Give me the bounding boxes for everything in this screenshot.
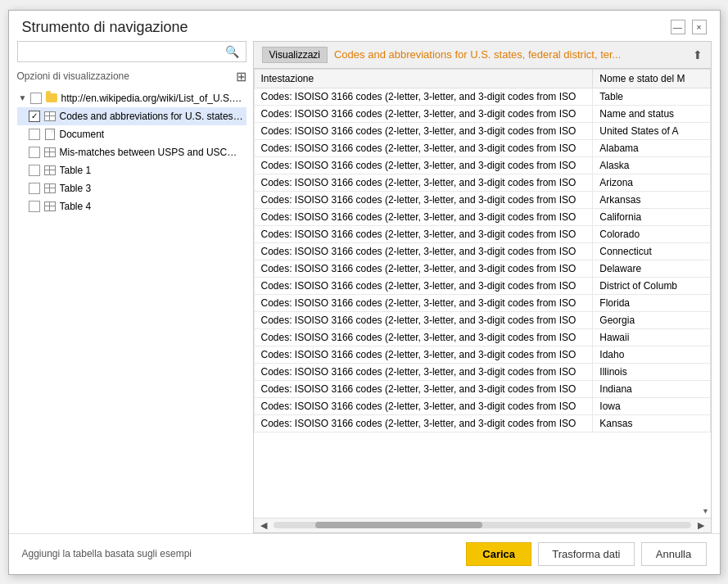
table-row[interactable]: Codes: ISOISO 3166 codes (2-letter, 3-le… (254, 294, 710, 311)
tree-item-item6[interactable]: Table 4 (17, 197, 246, 215)
table-cell-intestazione: Codes: ISOISO 3166 codes (2-letter, 3-le… (254, 242, 593, 260)
table-cell-name: Kansas (593, 414, 710, 432)
search-button[interactable]: 🔍 (219, 42, 246, 61)
tree-item-item2[interactable]: Document (17, 125, 246, 143)
table-row[interactable]: Codes: ISOISO 3166 codes (2-letter, 3-le… (254, 346, 710, 363)
preview-header: VisualizzaziCodes and abbreviations for … (254, 42, 711, 69)
table-cell-name: United States of A (593, 122, 710, 139)
tree-item-item5[interactable]: Table 3 (17, 179, 246, 197)
vscroll-down-button[interactable]: ▼ (701, 505, 711, 518)
table-row[interactable]: Codes: ISOISO 3166 codes (2-letter, 3-le… (254, 122, 710, 139)
table-cell-intestazione: Codes: ISOISO 3166 codes (2-letter, 3-le… (254, 156, 593, 174)
hscroll-left-arrow[interactable]: ◀ (257, 520, 270, 531)
table-row[interactable]: Codes: ISOISO 3166 codes (2-letter, 3-le… (254, 380, 710, 397)
data-table: Intestazione Nome e stato del M Codes: I… (254, 69, 711, 432)
load-button[interactable]: Carica (466, 542, 531, 566)
hscroll-thumb[interactable] (315, 522, 482, 528)
main-dialog: Strumento di navigazione — × 🔍 Opzioni d… (8, 10, 721, 575)
footer-left: Aggiungi la tabella basata sugli esempi (22, 548, 192, 559)
table-row[interactable]: Codes: ISOISO 3166 codes (2-letter, 3-le… (254, 208, 710, 225)
tree-item-label: Document (60, 129, 105, 140)
table-row[interactable]: Codes: ISOISO 3166 codes (2-letter, 3-le… (254, 191, 710, 208)
tree-item-checkbox[interactable] (29, 201, 40, 212)
table-cell-intestazione: Codes: ISOISO 3166 codes (2-letter, 3-le… (254, 346, 593, 363)
table-row[interactable]: Codes: ISOISO 3166 codes (2-letter, 3-le… (254, 105, 710, 122)
cancel-button[interactable]: Annulla (641, 542, 707, 566)
hscroll-track[interactable] (274, 522, 691, 528)
table-row[interactable]: Codes: ISOISO 3166 codes (2-letter, 3-le… (254, 311, 710, 328)
options-icon[interactable]: ⊞ (236, 69, 246, 84)
table-icon (43, 200, 57, 213)
tree-item-checkbox[interactable] (29, 165, 40, 176)
col-header-name: Nome e stato del M (593, 69, 710, 88)
table-cell-intestazione: Codes: ISOISO 3166 codes (2-letter, 3-le… (254, 380, 593, 397)
table-row[interactable]: Codes: ISOISO 3166 codes (2-letter, 3-le… (254, 242, 710, 260)
table-row[interactable]: Codes: ISOISO 3166 codes (2-letter, 3-le… (254, 156, 710, 174)
table-cell-name: Indiana (593, 380, 710, 397)
table-cell-intestazione: Codes: ISOISO 3166 codes (2-letter, 3-le… (254, 225, 593, 242)
tree-root-checkbox[interactable] (30, 93, 42, 104)
table-cell-name: Alaska (593, 156, 710, 174)
tree-area[interactable]: ▼ http://en.wikipedia.org/wiki/List_of_U… (17, 89, 246, 533)
col-header-intestazione: Intestazione (254, 69, 593, 88)
table-row[interactable]: Codes: ISOISO 3166 codes (2-letter, 3-le… (254, 328, 710, 346)
hscroll-right-arrow[interactable]: ▶ (694, 520, 708, 531)
table-cell-intestazione: Codes: ISOISO 3166 codes (2-letter, 3-le… (254, 105, 593, 122)
tree-item-item1[interactable]: ✓Codes and abbreviations for U.S. states… (17, 107, 246, 125)
left-panel: 🔍 Opzioni di visualizzazione ⊞ ▼ http://… (17, 41, 246, 533)
table-row[interactable]: Codes: ISOISO 3166 codes (2-letter, 3-le… (254, 277, 710, 294)
table-cell-name: Table (593, 88, 710, 105)
search-row: 🔍 (17, 41, 246, 62)
dialog-title: Strumento di navigazione (22, 19, 188, 36)
table-row[interactable]: Codes: ISOISO 3166 codes (2-letter, 3-le… (254, 260, 710, 277)
table-cell-name: Iowa (593, 397, 710, 414)
minimize-button[interactable]: — (671, 20, 685, 34)
table-cell-name: Connecticut (593, 242, 710, 260)
table-icon (43, 164, 57, 177)
options-row: Opzioni di visualizzazione ⊞ (17, 69, 246, 84)
add-example-label: Aggiungi la tabella basata sugli esempi (22, 548, 192, 559)
tree-item-item4[interactable]: Table 1 (17, 161, 246, 179)
table-cell-intestazione: Codes: ISOISO 3166 codes (2-letter, 3-le… (254, 174, 593, 191)
table-cell-intestazione: Codes: ISOISO 3166 codes (2-letter, 3-le… (254, 208, 593, 225)
table-cell-name: Georgia (593, 311, 710, 328)
tree-root-label: http://en.wikipedia.org/wiki/List_of_U.S… (61, 93, 245, 104)
table-cell-intestazione: Codes: ISOISO 3166 codes (2-letter, 3-le… (254, 311, 593, 328)
table-row[interactable]: Codes: ISOISO 3166 codes (2-letter, 3-le… (254, 174, 710, 191)
footer-right: Carica Trasforma dati Annulla (466, 542, 706, 566)
table-icon (43, 146, 57, 159)
footer: Aggiungi la tabella basata sugli esempi … (9, 533, 720, 574)
tree-item-checkbox[interactable] (29, 183, 40, 194)
table-row[interactable]: Codes: ISOISO 3166 codes (2-letter, 3-le… (254, 139, 710, 156)
tree-expand-arrow: ▼ (19, 93, 30, 102)
tree-item-checkbox[interactable] (29, 147, 40, 158)
tree-root[interactable]: ▼ http://en.wikipedia.org/wiki/List_of_U… (17, 89, 246, 107)
tree-item-label: Table 3 (60, 183, 92, 194)
table-cell-intestazione: Codes: ISOISO 3166 codes (2-letter, 3-le… (254, 88, 593, 105)
table-row[interactable]: Codes: ISOISO 3166 codes (2-letter, 3-le… (254, 414, 710, 432)
folder-icon (45, 92, 58, 105)
search-input[interactable] (18, 42, 219, 61)
table-icon (43, 110, 57, 123)
table-row[interactable]: Codes: ISOISO 3166 codes (2-letter, 3-le… (254, 88, 710, 105)
table-body: Codes: ISOISO 3166 codes (2-letter, 3-le… (254, 88, 710, 432)
table-cell-intestazione: Codes: ISOISO 3166 codes (2-letter, 3-le… (254, 363, 593, 380)
window-controls: — × (671, 20, 707, 34)
tree-item-checkbox[interactable]: ✓ (29, 111, 40, 122)
table-row[interactable]: Codes: ISOISO 3166 codes (2-letter, 3-le… (254, 397, 710, 414)
table-cell-name: Name and status (593, 105, 710, 122)
visualize-button[interactable]: Visualizzazi (262, 47, 328, 63)
table-cell-intestazione: Codes: ISOISO 3166 codes (2-letter, 3-le… (254, 191, 593, 208)
tree-item-checkbox[interactable] (29, 129, 40, 140)
search-icon: 🔍 (225, 45, 239, 58)
table-row[interactable]: Codes: ISOISO 3166 codes (2-letter, 3-le… (254, 363, 710, 380)
table-row[interactable]: Codes: ISOISO 3166 codes (2-letter, 3-le… (254, 225, 710, 242)
table-cell-name: Hawaii (593, 328, 710, 346)
export-icon[interactable]: ⬆ (693, 48, 703, 61)
transform-button[interactable]: Trasforma dati (538, 542, 634, 566)
close-button[interactable]: × (692, 20, 707, 34)
table-container[interactable]: Intestazione Nome e stato del M Codes: I… (254, 69, 711, 518)
tree-item-item3[interactable]: Mis-matches between USPS and USCG co... (17, 143, 246, 161)
table-cell-name: Colorado (593, 225, 710, 242)
table-cell-name: California (593, 208, 710, 225)
